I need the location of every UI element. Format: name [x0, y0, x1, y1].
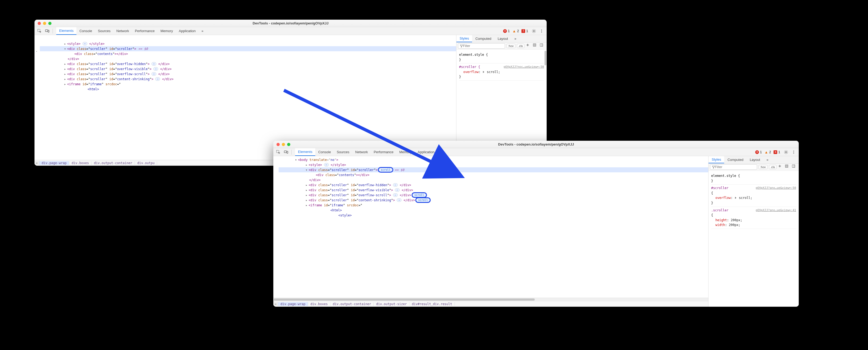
hov-toggle[interactable]: :hov	[506, 44, 515, 48]
tab-network[interactable]: Network	[114, 27, 132, 35]
dom-tree[interactable]: ▾<body translate="no"> ▸ <style> ⋯ </sty…	[273, 156, 708, 298]
tree-row-contents[interactable]: <div class="contents"></div>	[279, 172, 708, 177]
device-toolbar-icon[interactable]	[283, 149, 289, 156]
inspect-element-icon[interactable]	[36, 28, 43, 34]
error-count[interactable]: ×1	[755, 150, 762, 154]
gear-icon[interactable]	[530, 28, 537, 34]
computed-styles-icon[interactable]	[533, 43, 538, 49]
error-count[interactable]: ×1	[503, 29, 510, 33]
tree-row-overflow-scroll[interactable]: ▸ <div class="scroller" id="overflow-scr…	[40, 71, 456, 77]
collapsed-ellipsis-icon[interactable]: ⋯	[83, 42, 87, 46]
tree-row-iframe[interactable]: ▸ <iframe id="iframe" srcdoc="	[40, 82, 456, 87]
close-icon[interactable]	[38, 22, 41, 25]
tree-horizontal-scrollbar[interactable]	[273, 298, 708, 301]
scroll-badge[interactable]: scroll	[379, 168, 393, 172]
toggle-sidebar-icon[interactable]	[792, 164, 797, 170]
warning-count[interactable]: ▲2	[513, 29, 519, 33]
css-value[interactable]: scroll;	[739, 196, 752, 200]
tree-row-iframe[interactable]: ▸ <iframe id="iframe" srcdoc="	[279, 203, 708, 208]
new-style-rule-icon[interactable]	[526, 43, 531, 49]
breadcrumb-item[interactable]: div.output-container	[330, 302, 374, 306]
new-style-rule-icon[interactable]	[778, 164, 783, 170]
breadcrumb-item[interactable]: div#result_div.result	[409, 302, 455, 306]
styles-filter-input[interactable]	[463, 44, 503, 48]
styles-filter-input[interactable]	[715, 165, 755, 169]
tab-application[interactable]: Application	[415, 148, 438, 156]
breadcrumb-item[interactable]: div.boxes	[69, 161, 92, 165]
tab-console[interactable]: Console	[76, 27, 95, 35]
rule-selector[interactable]: #scroller	[711, 186, 728, 190]
side-tabs-overflow-icon[interactable]: »	[763, 156, 771, 163]
breadcrumb-item[interactable]: div.boxes	[308, 302, 330, 306]
tree-row-iframe-style[interactable]: <style>	[279, 213, 708, 218]
minimize-icon[interactable]	[43, 22, 46, 25]
breadcrumb-scroll-left-icon[interactable]: «	[34, 161, 39, 165]
close-icon[interactable]	[277, 143, 280, 146]
tab-sources[interactable]: Sources	[95, 27, 114, 35]
styles-filter[interactable]	[458, 43, 505, 49]
breadcrumb-item[interactable]: div.page-wrap	[278, 302, 308, 306]
device-toolbar-icon[interactable]	[44, 28, 51, 34]
gear-icon[interactable]	[782, 149, 789, 156]
tab-memory[interactable]: Memory	[158, 27, 176, 35]
side-tab-computed[interactable]: Computed	[472, 35, 494, 42]
tree-row-body[interactable]: x	[40, 36, 456, 41]
tree-row-scroller-selected[interactable]: ▾ <div class="scroller" id="scroller"> =…	[40, 46, 456, 51]
expand-shorthand-icon[interactable]	[735, 197, 736, 199]
collapsed-ellipsis-icon[interactable]: ⋯	[397, 198, 402, 202]
expand-shorthand-icon[interactable]	[483, 71, 484, 73]
maximize-icon[interactable]	[48, 22, 52, 25]
tree-row-overflow-scroll[interactable]: ▸ <div class="scroller" id="overflow-scr…	[279, 193, 708, 198]
collapsed-ellipsis-icon[interactable]: ⋯	[152, 72, 156, 76]
tree-row-overflow-visible[interactable]: ▸ <div class="scroller" id="overflow-vis…	[40, 66, 456, 71]
collapsed-ellipsis-icon[interactable]: ⋯	[153, 67, 158, 70]
breadcrumb-item[interactable]: div.output-sizer	[374, 302, 409, 306]
collapsed-ellipsis-icon[interactable]: ⋯	[155, 77, 160, 81]
breadcrumb[interactable]: « div.page-wrap div.boxes div.output-con…	[273, 301, 708, 307]
tab-console[interactable]: Console	[315, 148, 334, 156]
rule-source-link[interactable]: gOVpXJJ?ano…ue&view=:50	[756, 186, 796, 190]
breadcrumb-item[interactable]: div.page-wrap	[39, 161, 69, 165]
collapsed-ellipsis-icon[interactable]: ⋯	[324, 163, 329, 167]
tab-performance[interactable]: Performance	[371, 148, 396, 156]
computed-styles-icon[interactable]	[785, 164, 790, 170]
tabs-overflow-icon[interactable]: »	[198, 27, 206, 35]
tree-row-body[interactable]: ▾<body translate="no">	[279, 157, 708, 162]
toggle-sidebar-icon[interactable]	[540, 43, 545, 49]
tree-row-close[interactable]: </div>	[279, 177, 708, 182]
tree-row-iframe-html[interactable]: <html>	[279, 208, 708, 213]
css-value[interactable]: 200px;	[729, 223, 740, 227]
scroll-badge[interactable]: scroll	[412, 193, 426, 197]
tab-elements[interactable]: Elements	[56, 27, 76, 35]
minimize-icon[interactable]	[282, 143, 285, 146]
tree-row-contents[interactable]: <div class="contents"></div>	[40, 51, 456, 56]
side-tab-styles[interactable]: Styles	[457, 35, 472, 42]
scroll-badge[interactable]: scroll	[416, 198, 430, 202]
side-tab-layout[interactable]: Layout	[494, 35, 511, 42]
tab-application[interactable]: Application	[176, 27, 199, 35]
css-prop[interactable]: height	[715, 218, 727, 222]
tree-row-content-shrinking[interactable]: ▸ <div class="scroller" id="content-shri…	[279, 198, 708, 203]
css-value[interactable]: scroll;	[487, 70, 500, 74]
issues-count[interactable]: ​×1	[774, 150, 780, 154]
collapsed-ellipsis-icon[interactable]: ⋯	[395, 188, 400, 192]
css-prop[interactable]: width	[715, 223, 725, 227]
rule-selector[interactable]: .scroller	[711, 208, 728, 212]
collapsed-ellipsis-icon[interactable]: ⋯	[393, 193, 398, 197]
tree-row-overflow-hidden[interactable]: ▸ <div class="scroller" id="overflow-hid…	[279, 182, 708, 187]
inspect-element-icon[interactable]	[275, 149, 282, 156]
tree-row-overflow-visible[interactable]: ▸ <div class="scroller" id="overflow-vis…	[279, 187, 708, 193]
hov-toggle[interactable]: :hov	[759, 165, 768, 169]
kebab-menu-icon[interactable]	[790, 149, 797, 156]
tree-row-content-shrinking[interactable]: ▸ <div class="scroller" id="content-shri…	[40, 77, 456, 82]
styles-scrollbar[interactable]	[544, 50, 547, 82]
css-prop[interactable]: overflow	[715, 196, 731, 200]
tab-elements[interactable]: Elements	[295, 148, 315, 156]
styles-rules[interactable]: element.style { } gOVpXJJ?noc…ue&view=:5…	[457, 50, 547, 82]
tree-row-close[interactable]: </div>	[40, 56, 456, 61]
collapsed-ellipsis-icon[interactable]: ⋯	[393, 183, 398, 187]
tree-row-scroller-selected[interactable]: ▾ <div class="scroller" id="scroller"> s…	[279, 167, 708, 172]
tab-network[interactable]: Network	[352, 148, 371, 156]
tree-row-iframe-html[interactable]: <html>	[40, 87, 456, 92]
tree-row-style[interactable]: ▸ <style> ⋯ </style>	[279, 162, 708, 167]
